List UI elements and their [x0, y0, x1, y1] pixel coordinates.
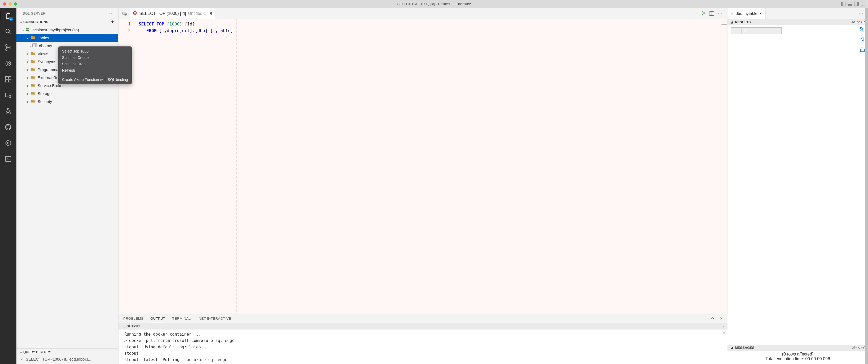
github-activity[interactable]: [2, 122, 14, 132]
tables-folder[interactable]: ⌄ Tables: [17, 34, 118, 41]
debug-activity[interactable]: [2, 59, 14, 68]
folder-icon: [31, 59, 35, 64]
gear-icon[interactable]: [722, 331, 726, 337]
panel-tabs: PROBLEMS OUTPUT TERMINAL .NET INTERACTIV…: [119, 314, 727, 323]
source-control-activity[interactable]: [2, 43, 14, 52]
chevron-down-icon: ⌄: [21, 27, 26, 32]
testing-activity[interactable]: [2, 107, 14, 116]
svg-rect-6: [8, 77, 11, 79]
kubernetes-activity[interactable]: [2, 139, 14, 147]
panel-collapse-icon[interactable]: [711, 316, 715, 321]
query-history-header[interactable]: ⌄ QUERY HISTORY: [17, 348, 118, 356]
grid-corner[interactable]: [731, 27, 742, 34]
tables-label: Tables: [38, 35, 49, 40]
database-icon: [133, 11, 137, 16]
chevron-right-icon[interactable]: ›: [722, 324, 724, 329]
customize-layout-icon[interactable]: [861, 2, 865, 6]
results-tab[interactable]: ≡ dbo.mytable ×: [727, 8, 766, 19]
context-menu-item[interactable]: Script as Create: [58, 54, 132, 61]
line-numbers: 1 2: [119, 19, 133, 34]
tab-suffix: Untitled-1: [188, 11, 206, 16]
svg-point-2: [6, 49, 7, 50]
terminal-activity[interactable]: [2, 155, 14, 163]
sidebar-title: SQL SERVER: [23, 12, 45, 16]
query-history-section: ⌄ QUERY HISTORY ✓ SELECT TOP (1000) [I..…: [17, 348, 118, 364]
output-body[interactable]: Running the docker container ... > docke…: [119, 330, 727, 364]
run-query-icon[interactable]: [701, 11, 706, 16]
list-icon: ≡: [731, 11, 734, 16]
messages-header[interactable]: ◢ MESSAGES ⌘+⌥+Y: [727, 345, 868, 351]
chevron-down-icon: ⌄: [19, 20, 23, 24]
panel-tab-dotnet[interactable]: .NET INTERACTIVE: [197, 316, 231, 323]
folder-icon: [31, 83, 35, 88]
sidebar-more-icon[interactable]: ⋯: [109, 10, 114, 17]
connection-node[interactable]: ⌄ localhost, mydbproject (sa): [17, 26, 118, 34]
execution-time-text: Total execution time: 00:00:00.096: [732, 357, 864, 361]
minimize-window-button[interactable]: [8, 2, 12, 6]
svg-point-16: [28, 30, 29, 32]
svg-point-22: [723, 332, 725, 334]
query-history-item[interactable]: ✓ SELECT TOP (1000) [I...ect].[dbo].[...: [17, 356, 118, 364]
context-menu-item[interactable]: Create Azure Function with SQL binding: [58, 76, 132, 83]
folder-label: Security: [38, 99, 52, 104]
svg-rect-13: [6, 157, 11, 162]
chevron-right-icon: ›: [26, 67, 30, 72]
messages-body: (0 rows affected) Total execution time: …: [727, 351, 868, 364]
explorer-activity[interactable]: 1: [2, 11, 14, 20]
close-window-button[interactable]: [3, 2, 6, 6]
context-menu-item[interactable]: Refresh: [58, 67, 132, 74]
results-header[interactable]: ◢ RESULTS ⌘+⌥+R: [727, 19, 868, 25]
folder-icon: [31, 52, 35, 56]
activity-bar: 1: [0, 8, 17, 364]
messages-shortcut: ⌘+⌥+Y: [852, 346, 865, 350]
results-scrollbar[interactable]: [865, 8, 868, 364]
traffic-lights: [3, 2, 17, 6]
layout-controls: [841, 2, 865, 6]
triangle-down-icon: ◢: [731, 21, 733, 24]
toggle-panel-icon[interactable]: [847, 2, 852, 6]
dirty-indicator: [210, 12, 212, 15]
messages-label: MESSAGES: [735, 346, 754, 350]
results-pane: ◢ RESULTS ⌘+⌥+R Id: [727, 19, 868, 364]
editor-tab[interactable]: SELECT TOP (1000) [Id] Untitled-1: [130, 8, 215, 19]
folder-node[interactable]: ›Storage: [17, 89, 118, 97]
phantom-tab[interactable]: sql: [119, 11, 130, 16]
result-grid: Id: [727, 25, 785, 345]
code-editor[interactable]: 1 2 SELECT TOP (1000) [Id]: [119, 19, 727, 364]
toggle-secondary-sidebar-icon[interactable]: [854, 2, 859, 6]
close-tab-icon[interactable]: ×: [759, 11, 762, 16]
panel-tab-terminal[interactable]: TERMINAL: [172, 316, 191, 323]
chevron-right-icon: ›: [26, 52, 30, 56]
minimap[interactable]: ▬▬▬▬▬▬▬▬▬: [721, 21, 727, 25]
maximize-window-button[interactable]: [14, 2, 17, 6]
output-header[interactable]: ⌄ OUTPUT ›: [119, 323, 727, 330]
toggle-primary-sidebar-icon[interactable]: [841, 2, 845, 6]
add-connection-icon[interactable]: +: [110, 19, 116, 25]
server-icon: [26, 27, 32, 32]
context-menu-item[interactable]: Script as Drop: [58, 61, 132, 67]
svg-point-12: [7, 142, 9, 144]
chevron-right-icon: ›: [26, 83, 30, 88]
editor-ruler: [237, 19, 237, 364]
editor-more-icon[interactable]: ⋯: [718, 10, 723, 17]
folder-open-icon: [31, 35, 35, 40]
search-activity[interactable]: [2, 27, 14, 36]
extensions-activity[interactable]: [2, 75, 14, 84]
split-editor-icon[interactable]: [709, 11, 714, 16]
context-menu-item[interactable]: Select Top 1000: [58, 48, 132, 54]
remote-activity[interactable]: [2, 91, 14, 100]
grid-column-header[interactable]: Id: [742, 27, 782, 34]
chevron-down-icon: ⌄: [19, 350, 23, 354]
folder-icon: [31, 99, 35, 104]
connections-label: CONNECTIONS: [23, 20, 48, 24]
connections-section-header[interactable]: ⌄ CONNECTIONS +: [17, 18, 118, 26]
panel-tab-problems[interactable]: PROBLEMS: [123, 316, 144, 323]
panel-tab-output[interactable]: OUTPUT: [150, 316, 165, 323]
folder-node[interactable]: ›Security: [17, 97, 118, 105]
folder-label: Storage: [38, 91, 52, 96]
results-tab-label: dbo.mytable: [736, 11, 757, 16]
output-line: > docker pull mcr.microsoft.com/azure-sq…: [124, 337, 722, 344]
bottom-panel: PROBLEMS OUTPUT TERMINAL .NET INTERACTIV…: [119, 314, 727, 364]
chevron-right-icon: ›: [28, 44, 32, 48]
panel-close-icon[interactable]: ×: [720, 316, 723, 321]
